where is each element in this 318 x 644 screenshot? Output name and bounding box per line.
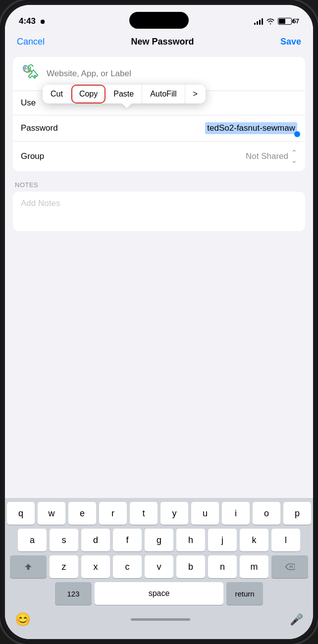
key-o[interactable]: o: [253, 502, 280, 525]
password-value[interactable]: tedSo2-fasnut-sewmaw: [205, 122, 297, 134]
cursor-handle: [294, 131, 300, 137]
mic-button[interactable]: 🎤: [290, 613, 303, 626]
notes-placeholder: Add Notes: [21, 198, 60, 208]
key-g[interactable]: g: [145, 529, 173, 551]
home-indicator: [131, 618, 190, 621]
key-z[interactable]: z: [50, 555, 78, 578]
password-form-card: Cut Copy Paste AutoFill > Use Password t…: [13, 57, 305, 171]
key-c[interactable]: c: [113, 555, 142, 578]
status-bar: 4:43 ⏺ 57: [5, 5, 313, 32]
wifi-icon: [266, 18, 275, 25]
phone-frame: 4:43 ⏺ 57: [0, 0, 318, 644]
key-p[interactable]: p: [283, 502, 311, 525]
dynamic-island: [129, 12, 189, 29]
key-t[interactable]: t: [130, 502, 158, 525]
key-d[interactable]: d: [81, 529, 110, 551]
notes-section: NOTES Add Notes: [13, 181, 305, 231]
battery-percent: 57: [293, 18, 299, 25]
delete-key[interactable]: [271, 555, 308, 578]
key-u[interactable]: u: [191, 502, 219, 525]
key-h[interactable]: h: [176, 529, 205, 551]
status-icons: 57: [254, 18, 299, 25]
key-q[interactable]: q: [7, 502, 35, 525]
group-value: Not Shared ⌃⌄: [70, 149, 297, 164]
keyboard-row-4: 123 space return: [7, 582, 311, 605]
key-r[interactable]: r: [99, 502, 127, 525]
key-a[interactable]: a: [18, 529, 47, 551]
more-menu-item[interactable]: >: [185, 85, 206, 103]
key-s[interactable]: s: [50, 529, 78, 551]
keyboard-bottom-row: 😊 🎤: [7, 609, 311, 637]
cut-menu-item[interactable]: Cut: [43, 85, 71, 103]
keyboard-row-3: z x c v b n m: [7, 555, 311, 578]
page-title: New Password: [131, 37, 194, 47]
keys-icon: [21, 64, 41, 84]
password-row[interactable]: Password tedSo2-fasnut-sewmaw: [13, 115, 305, 142]
keyboard: q w e r t y u i o p a s d f g h j k: [5, 498, 313, 639]
signal-bars: [254, 18, 263, 25]
key-i[interactable]: i: [222, 502, 250, 525]
website-input[interactable]: [47, 69, 297, 79]
key-b[interactable]: b: [176, 555, 205, 578]
shift-key[interactable]: [10, 555, 47, 578]
group-label: Group: [21, 151, 70, 161]
key-e[interactable]: e: [68, 502, 96, 525]
key-f[interactable]: f: [113, 529, 142, 551]
notes-label: NOTES: [13, 181, 305, 189]
notes-card[interactable]: Add Notes: [13, 192, 305, 231]
svg-point-1: [25, 67, 26, 69]
cancel-button[interactable]: Cancel: [17, 37, 45, 47]
keyboard-row-1: q w e r t y u i o p: [7, 502, 311, 525]
key-m[interactable]: m: [240, 555, 268, 578]
save-button[interactable]: Save: [280, 37, 301, 47]
key-w[interactable]: w: [38, 502, 65, 525]
number-key[interactable]: 123: [55, 582, 92, 605]
chevron-up-down-icon: ⌃⌄: [291, 149, 297, 164]
key-v[interactable]: v: [145, 555, 173, 578]
return-key[interactable]: return: [226, 582, 263, 605]
paste-menu-item[interactable]: Paste: [106, 85, 142, 103]
key-k[interactable]: k: [240, 529, 268, 551]
group-row[interactable]: Group Not Shared ⌃⌄: [13, 142, 305, 171]
password-value-container: tedSo2-fasnut-sewmaw: [70, 122, 297, 134]
emoji-button[interactable]: 😊: [15, 612, 31, 627]
copy-menu-item[interactable]: Copy: [71, 85, 106, 103]
autofill-menu-item[interactable]: AutoFill: [142, 85, 185, 103]
context-menu: Cut Copy Paste AutoFill >: [43, 85, 206, 103]
key-n[interactable]: n: [208, 555, 237, 578]
password-label: Password: [21, 123, 70, 133]
key-x[interactable]: x: [81, 555, 110, 578]
keyboard-row-2: a s d f g h j k l: [7, 529, 311, 551]
phone-screen: 4:43 ⏺ 57: [5, 5, 313, 639]
battery-indicator: 57: [278, 18, 299, 25]
key-y[interactable]: y: [160, 502, 188, 525]
status-time: 4:43: [19, 16, 36, 26]
space-key[interactable]: space: [95, 582, 223, 605]
nav-header: Cancel New Password Save: [5, 32, 313, 53]
screen-record-icon: ⏺: [40, 18, 46, 25]
group-value-text: Not Shared: [246, 151, 288, 161]
key-l[interactable]: l: [271, 529, 300, 551]
key-j[interactable]: j: [208, 529, 237, 551]
